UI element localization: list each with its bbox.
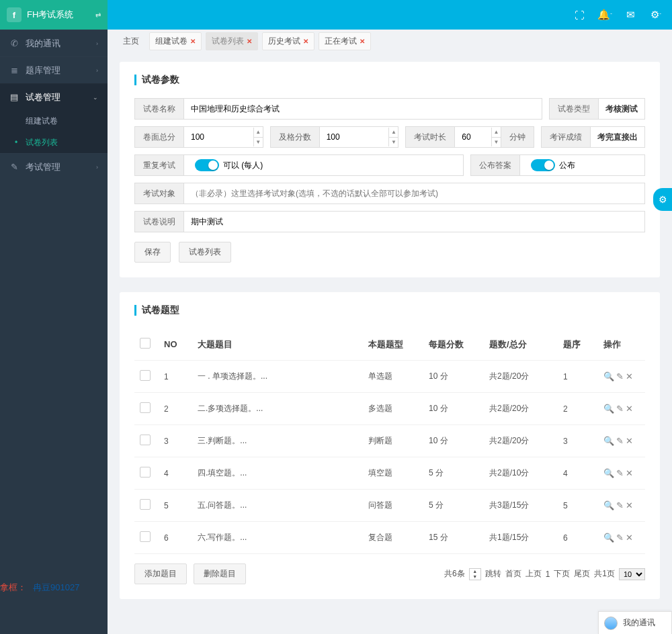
close-icon[interactable]: ✕ xyxy=(247,38,252,45)
row-checkbox[interactable] xyxy=(140,370,151,381)
row-checkbox[interactable] xyxy=(140,435,151,445)
view-icon[interactable]: 🔍 xyxy=(603,468,614,478)
chevron-icon: › xyxy=(96,164,98,171)
view-icon[interactable]: 🔍 xyxy=(603,371,614,381)
pass-score-value[interactable]: 100 xyxy=(320,127,389,147)
settings-drawer-icon[interactable]: ⚙ xyxy=(653,188,672,211)
delete-icon[interactable]: ✕ xyxy=(626,371,633,381)
sidebar-item[interactable]: ✎考试管理› xyxy=(0,153,108,180)
view-icon[interactable]: 🔍 xyxy=(603,500,614,510)
chevron-icon: › xyxy=(96,67,98,74)
first-page-link[interactable]: 首页 xyxy=(505,568,521,580)
add-question-button[interactable]: 添加题目 xyxy=(134,563,187,584)
fullscreen-icon[interactable]: ⛶ xyxy=(574,9,585,20)
sidebar: f FH考试系统 ⇄ ✆我的通讯›≣题库管理›▤试卷管理⌄组建试卷试卷列表✎考试… xyxy=(0,0,108,634)
sidebar-item[interactable]: ✆我的通讯› xyxy=(0,30,108,56)
view-icon[interactable]: 🔍 xyxy=(603,436,614,446)
edit-icon[interactable]: ✎ xyxy=(616,533,624,543)
delete-icon[interactable]: ✕ xyxy=(626,404,633,414)
table-row: 1 一 . 单项选择题。... 单选题 10 分 共2题/20分 1 🔍✎✕ xyxy=(134,361,645,393)
edit-icon[interactable]: ✎ xyxy=(616,500,624,510)
menu-icon: ✎ xyxy=(9,162,19,172)
paper-note-input[interactable] xyxy=(184,212,644,232)
row-checkbox[interactable] xyxy=(140,499,151,510)
cell-order: 3 xyxy=(558,425,598,457)
tab-home[interactable]: 主页 xyxy=(117,32,145,50)
total-score-value[interactable]: 100 xyxy=(184,127,253,147)
page-size-select[interactable]: 10 xyxy=(619,568,645,580)
row-checkbox[interactable] xyxy=(140,531,151,542)
delete-icon[interactable]: ✕ xyxy=(626,436,633,446)
sidebar-sub-item[interactable]: 试卷列表 xyxy=(0,132,108,153)
paper-list-button[interactable]: 试卷列表 xyxy=(179,242,231,263)
col-ops: 操作 xyxy=(598,328,645,361)
chat-widget[interactable]: 我的通讯 xyxy=(598,611,672,634)
tab[interactable]: 试卷列表✕ xyxy=(206,32,258,50)
prev-page-link[interactable]: 上页 xyxy=(526,568,542,580)
sidebar-sub-item[interactable]: 组建试卷 xyxy=(0,110,108,132)
label: 考评成绩 xyxy=(542,127,591,147)
cell-score: 10 分 xyxy=(423,425,484,457)
delete-icon[interactable]: ✕ xyxy=(626,533,633,543)
view-icon[interactable]: 🔍 xyxy=(603,404,614,414)
label: 试卷类型 xyxy=(550,99,599,119)
label: 试卷说明 xyxy=(135,212,184,232)
last-page-link[interactable]: 尾页 xyxy=(574,568,590,580)
tab[interactable]: 正在考试✕ xyxy=(319,32,371,50)
cell-no: 6 xyxy=(159,522,192,554)
tab[interactable]: 组建试卷✕ xyxy=(149,32,202,50)
close-icon[interactable]: ✕ xyxy=(360,38,365,45)
bell-icon[interactable]: 🔔ˇ xyxy=(599,9,610,20)
view-icon[interactable]: 🔍 xyxy=(603,533,614,543)
col-score: 每题分数 xyxy=(423,328,484,361)
cell-type: 问答题 xyxy=(363,490,423,522)
brand[interactable]: f FH考试系统 ⇄ xyxy=(0,0,108,30)
menu-icon: ≣ xyxy=(9,65,19,75)
row-checkbox[interactable] xyxy=(140,402,151,413)
spinner[interactable]: ▲▼ xyxy=(253,128,263,146)
question-types-card: 试卷题型 NO 大题题目 本题题型 每题分数 题数/总分 题序 操作 1 一 .… xyxy=(120,292,660,599)
spinner[interactable]: ▲▼ xyxy=(491,128,501,146)
publish-answer-toggle[interactable] xyxy=(531,159,555,171)
edit-icon[interactable]: ✎ xyxy=(616,436,624,446)
chevron-icon: ⌄ xyxy=(93,94,98,101)
cell-order: 2 xyxy=(558,393,598,425)
sidebar-item[interactable]: ≣题库管理› xyxy=(0,56,108,83)
exam-target-input[interactable] xyxy=(184,183,644,203)
table-row: 6 六.写作题。... 复合题 15 分 共1题/15分 6 🔍✎✕ xyxy=(134,522,645,554)
close-icon[interactable]: ✕ xyxy=(190,38,196,45)
sidebar-item-label: 考试管理 xyxy=(26,161,89,173)
jump-link[interactable]: 跳转 xyxy=(485,568,501,580)
delete-icon[interactable]: ✕ xyxy=(626,468,633,478)
select-all-checkbox[interactable] xyxy=(140,338,151,349)
tabs: 主页 组建试卷✕试卷列表✕历史考试✕正在考试✕ xyxy=(108,30,672,52)
duration-value[interactable]: 60 xyxy=(455,127,491,147)
close-icon[interactable]: ✕ xyxy=(303,38,308,45)
tab[interactable]: 历史考试✕ xyxy=(262,32,314,50)
cell-score: 5 分 xyxy=(423,457,484,490)
repeat-toggle[interactable] xyxy=(195,159,219,171)
cell-score: 15 分 xyxy=(423,522,484,554)
gear-icon[interactable]: ⚙ˇ xyxy=(650,9,661,20)
cell-no: 4 xyxy=(159,457,192,490)
spinner[interactable]: ▲▼ xyxy=(388,128,398,146)
delete-question-button[interactable]: 删除题目 xyxy=(194,563,246,584)
next-page-link[interactable]: 下页 xyxy=(554,568,570,580)
edit-icon[interactable]: ✎ xyxy=(616,371,624,381)
label: 考试对象 xyxy=(135,183,184,203)
save-button[interactable]: 保存 xyxy=(134,242,171,263)
repeat-text: 可以 (每人) xyxy=(223,160,263,171)
edit-icon[interactable]: ✎ xyxy=(616,404,624,414)
paper-name-input[interactable] xyxy=(184,99,542,119)
cell-count: 共3题/15分 xyxy=(484,490,558,522)
mail-icon[interactable]: ✉ xyxy=(625,9,636,20)
avatar-icon xyxy=(604,617,618,630)
cell-score: 10 分 xyxy=(423,361,484,393)
edit-icon[interactable]: ✎ xyxy=(616,468,624,478)
cell-count: 共2题/20分 xyxy=(484,425,558,457)
cell-order: 5 xyxy=(558,490,598,522)
page-spinner[interactable]: ▲▼ xyxy=(469,568,481,580)
delete-icon[interactable]: ✕ xyxy=(626,500,633,510)
sidebar-item[interactable]: ▤试卷管理⌄ xyxy=(0,83,108,110)
row-checkbox[interactable] xyxy=(140,467,151,478)
